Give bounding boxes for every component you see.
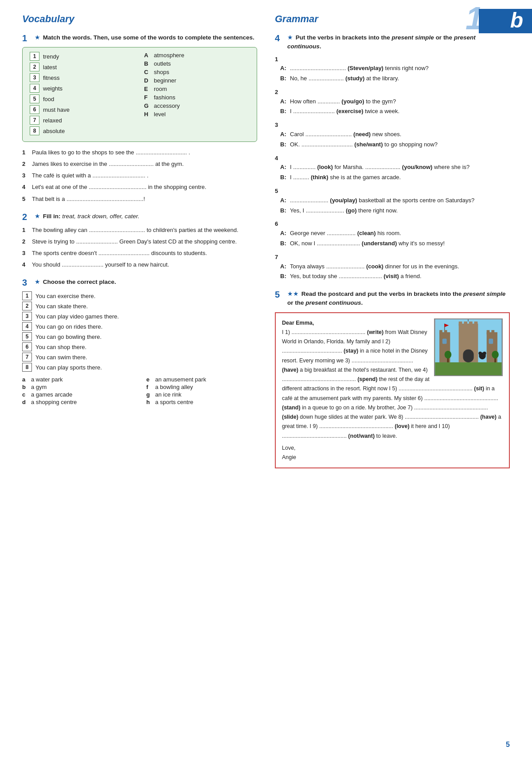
ex2-sentence-2: 2 Steve is trying to ...................… [22,237,257,246]
vocab-match-word-g: accessory [154,102,180,109]
svg-rect-4 [439,330,442,334]
vocab-word-1: trendy [43,53,59,60]
vocab-num-7: 7 [30,116,39,125]
svg-rect-13 [442,338,447,344]
grammar-item-3: 3 A: Carol .............................… [275,121,510,149]
exercise3-number: 3 [22,277,31,288]
svg-rect-5 [444,330,447,334]
postcard: Dear Emma, I 1) ........................… [275,312,510,469]
svg-rect-6 [459,322,462,326]
vocab-letter-b: B [144,60,150,67]
place-row-7: 7 You can swim there. [22,353,257,361]
vocab-left-col: 1 trendy 2 latest 3 fitness 4 weights 5 [30,52,135,137]
exercise5-header: 5 ★★ Read the postcard and put the verbs… [275,289,510,308]
answer-b: b a gym [22,384,133,390]
exercise1-header: 1 ★ Match the words. Then, use some of t… [22,33,257,43]
grammar-item-2: 2 A: How often .............. (you/go) t… [275,88,510,116]
exercise2-star: ★ [35,212,40,220]
vocab-row-8: 8 absolute [30,126,135,135]
grammar-section: Grammar 4 ★ Put the verbs in brackets in… [275,13,510,468]
ex1-sentence-5: 5 That belt is a .......................… [22,195,257,204]
vocab-match-word-b: outlets [154,60,171,67]
grammar-item-7: 7 A: Tonya always ......................… [275,253,510,281]
postcard-closing: Love, [282,444,503,453]
vocab-match-c: C shops [144,69,250,75]
exercise2-header: 2 ★ Fill in: treat, track down, offer, c… [22,212,257,222]
vocab-match-word-a: atmosphere [154,52,184,59]
vocabulary-title: Vocabulary [22,13,257,25]
vocab-word-5: food [43,96,54,102]
grammar-item-4: 4 A: I .............. (look) for Marsha.… [275,154,510,182]
exercise1-instruction: ★ Match the words. Then, use some of the… [35,33,254,42]
answer-h: h a sports centre [146,399,257,405]
answer-g: g an ice rink [146,391,257,398]
vocab-letter-h: H [144,111,150,118]
ex1-sentence-2: 2 James likes to exercise in the .......… [22,160,257,169]
exercise5-instruction: ★★ Read the postcard and put the verbs i… [287,289,510,308]
exercise5-number: 5 [275,289,284,300]
svg-rect-8 [469,322,473,326]
vocab-num-4: 4 [30,84,39,93]
exercise4-number: 4 [275,33,284,43]
vocab-row-1: 1 trendy [30,52,135,61]
exercise1-number: 1 [22,33,31,43]
vocab-word-8: absolute [43,128,65,134]
vocab-right-col: A atmosphere B outlets C shops D beginne… [144,52,250,137]
vocab-match-word-h: level [154,111,166,118]
vocab-word-2: latest [43,64,57,71]
exercise4-star: ★ [287,34,293,41]
exercise2-sentences: 1 The bowling alley can ................… [22,226,257,270]
vocab-row-2: 2 latest [30,63,135,71]
svg-point-26 [492,350,499,358]
place-row-2: 2 You can skate there. [22,302,257,310]
exercise3-header: 3 ★ Choose the correct place. [22,277,257,288]
exercise3-star: ★ [35,278,40,285]
grammar-item-1: 1 A: ...................................… [275,55,510,83]
svg-rect-10 [487,330,490,334]
vocab-num-6: 6 [30,105,39,114]
vocab-match-a: A atmosphere [144,52,250,59]
vocab-num-5: 5 [30,94,39,103]
vocab-match-h: H level [144,111,250,118]
exercise2-instruction: ★ Fill in: treat, track down, offer, cat… [35,212,140,221]
ex2-sentence-1: 1 The bowling alley can ................… [22,226,257,235]
vocab-match-g: G accessory [144,102,250,109]
place-row-3: 3 You can play video games there. [22,312,257,321]
vocab-match-word-d: beginner [154,77,176,84]
vocab-num-1: 1 [30,52,39,61]
answer-e: e an amusement park [146,376,257,383]
vocab-match-e: E room [144,86,250,92]
vocab-num-8: 8 [30,126,39,135]
svg-rect-11 [491,330,494,334]
vocab-letter-g: G [144,102,150,109]
vocab-num-2: 2 [30,63,39,71]
vocab-match-word-e: room [154,86,167,92]
vocab-row-6: 6 must have [30,105,135,114]
exercise5-star: ★★ [287,290,299,297]
ex1-sentence-1: 1 Paula likes to go to the shops to see … [22,148,257,157]
place-row-6: 6 You can shop there. [22,342,257,351]
vocab-match-d: D beginner [144,77,250,84]
vocab-row-7: 7 relaxed [30,116,135,125]
vocab-num-3: 3 [30,73,39,82]
exercise3-instruction: ★ Choose the correct place. [35,277,116,287]
vocab-letter-a: A [144,52,150,59]
svg-point-21 [483,351,486,355]
ex1-sentence-3: 3 The café is quiet with a .............… [22,171,257,180]
vocab-row-3: 3 fitness [30,73,135,82]
postcard-signature: Angie [282,453,503,462]
vocab-letter-f: F [144,94,150,101]
grammar-item-5: 5 A: ........................ (you/play)… [275,187,510,215]
vocab-word-7: relaxed [43,117,62,124]
answer-a: a a water park [22,376,133,383]
answer-c: c a games arcade [22,391,133,398]
exercise2-number: 2 [22,212,31,222]
svg-rect-9 [474,322,478,326]
chapter-letter: b [510,10,523,31]
ex2-sentence-4: 4 You should .......................... … [22,260,257,269]
exercise1-sentences: 1 Paula likes to go to the shops to see … [22,148,257,204]
vocab-match-f: F fashions [144,94,250,101]
vocab-match-b: B outlets [144,60,250,67]
answer-f: f a bowling alley [146,384,257,390]
answer-d: d a shopping centre [22,399,133,405]
